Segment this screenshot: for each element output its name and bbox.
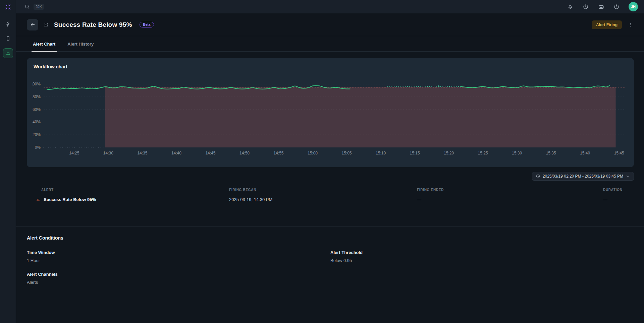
sidebar-item-functions[interactable]: [3, 19, 13, 29]
chart-title: Workflow chart: [34, 64, 629, 69]
sidebar-item-apps[interactable]: [3, 34, 13, 44]
sidebar-nav: [3, 19, 13, 58]
column-header-firing-ended: FIRING ENDED: [417, 185, 603, 194]
brand-logo-icon[interactable]: [4, 3, 12, 11]
main: ⌘K JH: [16, 0, 644, 323]
time-window-label: Time Window: [27, 250, 330, 255]
svg-text:0%: 0%: [35, 145, 41, 150]
svg-text:14:45: 14:45: [205, 151, 215, 155]
chevron-down-icon: [626, 174, 630, 179]
alerts-table-header: ALERT FIRING BEGAN FIRING ENDED DURATION: [36, 185, 634, 194]
alert-conditions-section: Alert Conditions Time Window 1 Hour Aler…: [16, 227, 644, 285]
app: ⌘K JH: [0, 0, 644, 323]
back-button[interactable]: [27, 19, 38, 30]
svg-text:15:15: 15:15: [410, 151, 420, 155]
svg-text:15:25: 15:25: [478, 151, 488, 155]
notifications-button[interactable]: [567, 3, 574, 10]
firing-alarm-icon: [36, 197, 41, 202]
history-button[interactable]: [582, 3, 589, 10]
alert-threshold-value: Below 0.95: [330, 258, 634, 263]
clock-icon: [536, 174, 540, 179]
alarm-icon: [5, 50, 11, 56]
svg-text:15:00: 15:00: [308, 151, 318, 155]
alert-channels-label: Alert Channels: [27, 272, 330, 277]
arrow-left-icon: [30, 22, 36, 27]
keyboard-icon: [598, 4, 604, 10]
alert-channels-value: Alerts: [27, 280, 330, 285]
svg-text:15:10: 15:10: [376, 151, 386, 155]
svg-text:15:45: 15:45: [614, 151, 624, 155]
topbar: ⌘K JH: [16, 0, 644, 13]
sidebar-item-alerts[interactable]: [3, 48, 13, 58]
search-icon: [24, 4, 30, 10]
svg-text:14:40: 14:40: [171, 151, 181, 155]
page-header: Success Rate Below 95% Beta Alert Firing: [16, 13, 644, 36]
keyboard-shortcuts-button[interactable]: [598, 3, 604, 10]
conditions-heading: Alert Conditions: [27, 235, 634, 241]
tab-alert-chart[interactable]: Alert Chart: [32, 36, 57, 52]
sidebar: [0, 0, 16, 323]
bell-icon: [567, 4, 573, 10]
kebab-icon: [628, 22, 633, 27]
duration-value: —: [603, 197, 634, 202]
svg-text:20%: 20%: [33, 132, 41, 137]
help-button[interactable]: [613, 3, 620, 10]
svg-text:80%: 80%: [33, 94, 41, 99]
svg-text:14:55: 14:55: [273, 151, 283, 155]
svg-text:15:30: 15:30: [512, 151, 522, 155]
svg-text:100%: 100%: [32, 82, 41, 86]
user-avatar[interactable]: JH: [629, 2, 638, 11]
clock-icon: [583, 4, 589, 10]
search-shortcut-badge: ⌘K: [34, 4, 44, 10]
tabs: Alert Chart Alert History: [16, 36, 644, 52]
svg-text:14:50: 14:50: [239, 151, 250, 155]
alert-firing-status-button[interactable]: Alert Firing: [592, 20, 622, 29]
alerts-table: ALERT FIRING BEGAN FIRING ENDED DURATION…: [36, 185, 634, 202]
svg-text:14:25: 14:25: [69, 151, 79, 155]
search-button[interactable]: ⌘K: [24, 4, 44, 10]
svg-text:14:35: 14:35: [137, 151, 147, 155]
page-header-actions: Alert Firing: [592, 20, 634, 29]
column-header-alert: ALERT: [36, 185, 229, 194]
svg-text:40%: 40%: [33, 120, 41, 124]
range-row: 2025/03/19 02:20 PM - 2025/03/19 03:45 P…: [27, 172, 634, 181]
help-icon: [613, 4, 620, 10]
workflow-chart-panel: Workflow chart 0%20%40%60%80%100%14:2514…: [27, 58, 634, 167]
column-header-firing-began: FIRING BEGAN: [229, 185, 417, 194]
firing-ended-value: —: [417, 197, 603, 202]
alert-type-alarm-icon: [43, 21, 49, 28]
svg-text:15:40: 15:40: [580, 151, 590, 155]
alert-table-row[interactable]: Success Rate Below 95% 2025-03-19, 14:30…: [36, 197, 634, 202]
alert-name: Success Rate Below 95%: [44, 197, 96, 202]
beta-badge: Beta: [140, 22, 154, 27]
more-options-button[interactable]: [627, 21, 634, 28]
condition-alert-channels: Alert Channels Alerts: [27, 272, 330, 285]
workflow-chart[interactable]: 0%20%40%60%80%100%14:2514:3014:3514:4014…: [32, 75, 629, 165]
date-range-value: 2025/03/19 02:20 PM - 2025/03/19 03:45 P…: [543, 174, 623, 179]
svg-text:15:20: 15:20: [444, 151, 454, 155]
alert-threshold-label: Alert Threshold: [330, 250, 634, 255]
device-icon: [5, 36, 11, 42]
page-title: Success Rate Below 95%: [54, 21, 132, 28]
svg-text:60%: 60%: [33, 107, 41, 112]
date-range-picker[interactable]: 2025/03/19 02:20 PM - 2025/03/19 03:45 P…: [532, 172, 634, 181]
svg-text:15:35: 15:35: [546, 151, 556, 155]
tab-alert-history[interactable]: Alert History: [66, 36, 95, 52]
bolt-icon: [5, 21, 11, 27]
svg-text:15:05: 15:05: [342, 151, 352, 155]
firing-began-value: 2025-03-19, 14:30 PM: [229, 197, 417, 202]
conditions-grid: Time Window 1 Hour Alert Threshold Below…: [27, 250, 634, 285]
condition-alert-threshold: Alert Threshold Below 0.95: [330, 250, 634, 263]
content: Workflow chart 0%20%40%60%80%100%14:2514…: [16, 52, 644, 323]
time-window-value: 1 Hour: [27, 258, 330, 263]
condition-time-window: Time Window 1 Hour: [27, 250, 330, 263]
column-header-duration: DURATION: [603, 185, 634, 194]
topbar-actions: JH: [567, 2, 638, 11]
svg-text:14:30: 14:30: [103, 151, 113, 155]
